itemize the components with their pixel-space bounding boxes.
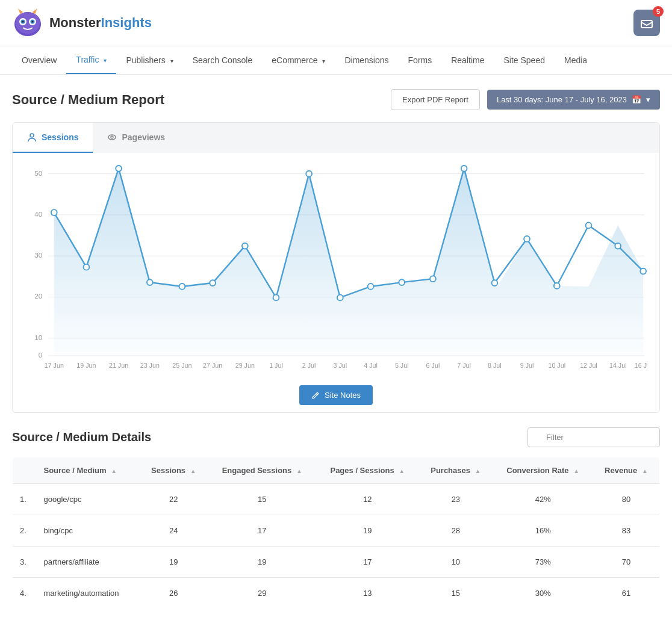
- chart-tabs: Sessions Pageviews: [13, 123, 659, 153]
- nav-media[interactable]: Media: [555, 47, 597, 73]
- inbox-icon: [640, 17, 653, 29]
- export-pdf-button[interactable]: Export PDF Report: [391, 89, 480, 110]
- date-range-label: Last 30 days: June 17 - July 16, 2023: [497, 95, 627, 104]
- svg-text:4 Jul: 4 Jul: [364, 362, 378, 369]
- engaged-cell: 19: [208, 547, 317, 578]
- filter-input[interactable]: [527, 427, 660, 447]
- nav-traffic[interactable]: Traffic ▾: [66, 46, 116, 74]
- conversion-cell: 42%: [493, 484, 593, 515]
- svg-point-29: [147, 279, 153, 285]
- conversion-cell: 16%: [493, 515, 593, 547]
- svg-text:30: 30: [34, 251, 43, 259]
- row-number: 3.: [13, 547, 37, 578]
- svg-point-39: [461, 166, 467, 172]
- svg-text:5 Jul: 5 Jul: [395, 362, 409, 369]
- svg-point-30: [179, 283, 185, 290]
- site-notes-button[interactable]: Site Notes: [299, 385, 373, 405]
- svg-text:14 Jul: 14 Jul: [609, 362, 627, 369]
- sessions-chart: 50 40 30 20 10 0: [25, 165, 647, 370]
- report-actions: Export PDF Report Last 30 days: June 17 …: [391, 89, 660, 110]
- svg-point-38: [430, 276, 436, 282]
- svg-point-7: [32, 21, 34, 23]
- th-conversion: Conversion Rate ▲: [493, 457, 593, 484]
- svg-text:50: 50: [34, 169, 43, 177]
- engaged-cell: 17: [208, 515, 317, 547]
- row-number: 2.: [13, 515, 37, 547]
- svg-text:29 Jun: 29 Jun: [235, 362, 255, 369]
- svg-point-43: [586, 223, 592, 229]
- calendar-icon: 📅: [632, 95, 641, 104]
- sort-source-icon[interactable]: ▲: [111, 468, 117, 474]
- svg-point-36: [368, 283, 374, 290]
- sessions-cell: 19: [140, 547, 208, 578]
- nav-overview[interactable]: Overview: [12, 47, 66, 73]
- traffic-arrow: ▾: [104, 57, 107, 64]
- purchases-cell: 28: [418, 515, 493, 547]
- sessions-cell: 22: [140, 484, 208, 515]
- ecommerce-arrow: ▾: [322, 58, 325, 64]
- source-medium-table: Source / Medium ▲ Sessions ▲ Engaged Ses…: [12, 457, 660, 609]
- svg-text:10: 10: [34, 333, 43, 341]
- svg-text:25 Jun: 25 Jun: [172, 362, 191, 369]
- nav-publishers[interactable]: Publishers ▾: [116, 47, 182, 73]
- table-header-row: Source / Medium ▲ Sessions ▲ Engaged Ses…: [13, 457, 660, 484]
- svg-point-32: [242, 243, 248, 249]
- svg-text:0: 0: [39, 351, 43, 359]
- svg-text:21 Jun: 21 Jun: [109, 362, 128, 369]
- notification-area: 5: [633, 10, 660, 36]
- sort-engaged-icon[interactable]: ▲: [296, 468, 302, 474]
- nav-forms[interactable]: Forms: [399, 47, 442, 73]
- sort-conversion-icon[interactable]: ▲: [573, 468, 579, 474]
- eye-icon: [107, 132, 117, 142]
- notification-badge: 5: [653, 6, 664, 17]
- nav-ecommerce[interactable]: eCommerce ▾: [262, 47, 335, 73]
- row-number: 1.: [13, 484, 37, 515]
- svg-point-45: [640, 268, 646, 274]
- pageviews-tab[interactable]: Pageviews: [93, 123, 659, 153]
- row-number: 4.: [13, 578, 37, 609]
- date-range-button[interactable]: Last 30 days: June 17 - July 16, 2023 📅 …: [487, 90, 660, 110]
- svg-point-31: [210, 280, 216, 286]
- nav-search-console[interactable]: Search Console: [183, 47, 263, 73]
- svg-rect-10: [641, 20, 652, 28]
- revenue-cell: 80: [593, 484, 660, 515]
- sessions-cell: 24: [140, 515, 208, 547]
- source-medium-cell: partners/affiliate: [37, 547, 140, 578]
- svg-text:1 Jul: 1 Jul: [269, 362, 283, 369]
- source-medium-cell: google/cpc: [37, 484, 140, 515]
- site-notes-row: Site Notes: [13, 378, 659, 412]
- svg-point-13: [111, 136, 113, 138]
- svg-point-6: [22, 21, 24, 23]
- chart-area: 50 40 30 20 10 0: [13, 153, 659, 378]
- svg-text:7 Jul: 7 Jul: [457, 362, 471, 369]
- source-medium-cell: marketing/automation: [37, 578, 140, 609]
- nav-dimensions[interactable]: Dimensions: [335, 47, 398, 73]
- svg-text:17 Jun: 17 Jun: [45, 362, 64, 369]
- svg-point-28: [116, 166, 122, 172]
- main-nav: Overview Traffic ▾ Publishers ▾ Search C…: [0, 46, 672, 75]
- nav-realtime[interactable]: Realtime: [441, 47, 494, 73]
- pencil-icon: [311, 391, 320, 400]
- table-row: 1. google/cpc 22 15 12 23 42% 80: [13, 484, 660, 515]
- svg-point-33: [273, 295, 279, 301]
- details-header: Source / Medium Details 🔍: [12, 427, 660, 447]
- pages-cell: 13: [316, 578, 418, 609]
- conversion-cell: 73%: [493, 547, 593, 578]
- svg-text:6 Jul: 6 Jul: [426, 362, 440, 369]
- pages-cell: 17: [316, 547, 418, 578]
- revenue-cell: 83: [593, 515, 660, 547]
- svg-point-37: [399, 279, 405, 285]
- sort-purchases-icon[interactable]: ▲: [475, 468, 481, 474]
- svg-point-34: [306, 171, 312, 177]
- sort-sessions-icon[interactable]: ▲: [190, 468, 196, 474]
- report-title: Source / Medium Report: [12, 92, 164, 108]
- sort-revenue-icon[interactable]: ▲: [642, 468, 648, 474]
- details-title: Source / Medium Details: [12, 430, 151, 444]
- nav-site-speed[interactable]: Site Speed: [494, 47, 555, 73]
- sort-pages-icon[interactable]: ▲: [399, 468, 405, 474]
- sessions-tab[interactable]: Sessions: [13, 123, 93, 153]
- th-engaged-sessions: Engaged Sessions ▲: [208, 457, 317, 484]
- th-pages-sessions: Pages / Sessions ▲: [316, 457, 418, 484]
- svg-point-12: [108, 135, 116, 140]
- pages-cell: 12: [316, 484, 418, 515]
